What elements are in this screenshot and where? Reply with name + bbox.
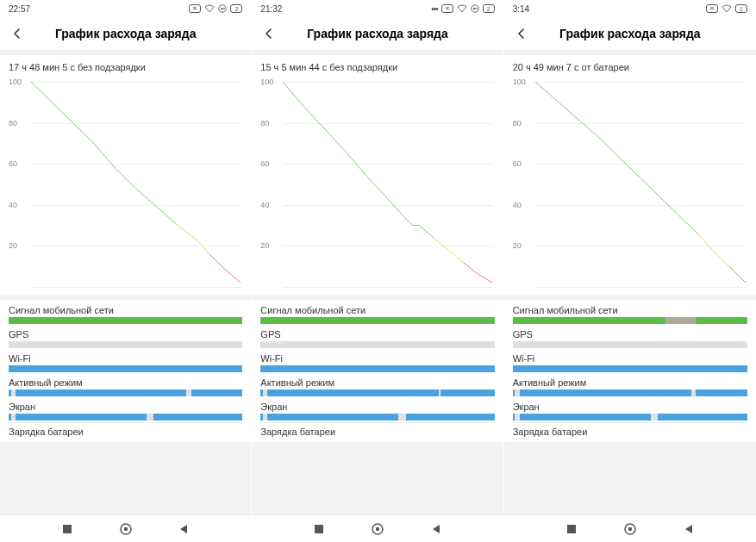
bar-label: Активный режим (260, 377, 494, 388)
y-axis-labels: 10080604020 (260, 78, 281, 291)
content-area[interactable]: 20 ч 49 мин 7 с от батареи 10080604020 С… (504, 50, 756, 514)
bar-label: Зарядка батареи (513, 427, 747, 437)
plot-area (535, 82, 746, 287)
triangle-left-icon (683, 523, 695, 535)
status-bar: 3:14 ✕1 (504, 0, 756, 17)
battery-chart-card: 15 ч 5 мин 44 с без подзарядки 100806040… (252, 55, 503, 295)
square-icon (565, 523, 578, 535)
bar-label: Активный режим (513, 377, 747, 388)
bar-label: Сигнал мобильной сети (513, 305, 747, 315)
page-title: График расхода заряда (260, 27, 494, 40)
usage-bar (513, 414, 747, 421)
android-nav-bar (0, 514, 251, 542)
nav-back-button[interactable] (672, 519, 706, 539)
bar-row-signal: Сигнал мобильной сети (260, 302, 494, 324)
bar-label: Экран (9, 402, 242, 412)
bar-row-active: Активный режим (9, 374, 242, 396)
nav-home-button[interactable] (360, 519, 395, 539)
bar-row-gps: GPS (9, 326, 242, 348)
nav-back-button[interactable] (419, 519, 453, 539)
battery-chart: 10080604020 (513, 78, 747, 291)
square-icon (313, 523, 325, 535)
bar-label: Активный режим (9, 377, 242, 388)
bar-row-gps: GPS (513, 326, 747, 348)
phone-screen: 3:14 ✕1 График расхода заряда 20 ч 49 ми… (504, 0, 756, 542)
nav-recent-button[interactable] (302, 519, 336, 539)
wifi-icon (204, 4, 215, 13)
content-area[interactable]: 15 ч 5 мин 44 с без подзарядки 100806040… (252, 50, 503, 514)
usage-bars-section: Сигнал мобильной сети GPS Wi-Fi Активный… (252, 300, 503, 442)
page-title: График расхода заряда (9, 27, 242, 40)
usage-bar (513, 341, 747, 348)
bar-label: Экран (513, 402, 747, 412)
status-bar: 21:32 •••✕2 (252, 0, 503, 17)
y-axis-labels: 10080604020 (513, 78, 534, 291)
svg-point-1 (221, 8, 222, 9)
bar-row-signal: Сигнал мобильной сети (513, 302, 747, 324)
usage-bar (9, 414, 242, 421)
status-bar: 22:57 ✕2 (0, 0, 251, 17)
battery-icon: 2 (230, 4, 242, 13)
network-icon: ✕ (706, 4, 718, 13)
status-time: 22:57 (9, 4, 30, 14)
app-header: График расхода заряда (252, 17, 503, 50)
battery-icon: 2 (483, 4, 495, 13)
svg-point-11 (376, 526, 379, 530)
bar-row-wifi: Wi-Fi (9, 350, 242, 372)
usage-bar (260, 389, 494, 396)
bar-label: Сигнал мобильной сети (9, 305, 242, 315)
nav-recent-button[interactable] (554, 519, 589, 539)
bar-label: Экран (260, 402, 494, 412)
nav-home-button[interactable] (109, 519, 143, 539)
usage-bars-section: Сигнал мобильной сети GPS Wi-Fi Активный… (504, 300, 756, 442)
plot-area (283, 82, 492, 287)
app-header: График расхода заряда (0, 17, 251, 50)
circle-icon (371, 522, 384, 536)
usage-bar (9, 317, 242, 324)
wifi-icon (722, 4, 732, 13)
status-time: 21:32 (260, 4, 282, 14)
phone-screen: 22:57 ✕2 График расхода заряда 17 ч 48 м… (0, 0, 252, 542)
android-nav-bar (504, 514, 756, 542)
svg-rect-9 (315, 525, 323, 533)
bar-row-charging: Зарядка батареи (260, 423, 494, 437)
vpn-key-icon (471, 4, 479, 13)
bar-label: Зарядка батареи (9, 427, 242, 437)
bar-label: Сигнал мобильной сети (260, 305, 494, 315)
usage-bar (513, 389, 747, 396)
nav-home-button[interactable] (613, 519, 647, 539)
more-icon: ••• (431, 4, 438, 14)
bar-row-screen: Экран (260, 398, 494, 421)
wifi-icon (457, 4, 467, 13)
chart-caption: 20 ч 49 мин 7 с от батареи (513, 62, 747, 72)
battery-chart: 10080604020 (9, 78, 242, 291)
app-header: График расхода заряда (504, 17, 756, 50)
bar-row-screen: Экран (513, 398, 747, 421)
y-axis-labels: 10080604020 (9, 78, 29, 291)
bar-label: Wi-Fi (513, 353, 747, 364)
android-nav-bar (252, 514, 503, 542)
usage-bar (9, 389, 242, 396)
battery-chart-card: 17 ч 48 мин 5 с без подзарядки 100806040… (0, 55, 251, 295)
bar-row-gps: GPS (260, 326, 494, 348)
svg-rect-3 (63, 525, 72, 533)
bar-row-active: Активный режим (260, 374, 494, 396)
svg-point-7 (473, 8, 475, 9)
chart-caption: 15 ч 5 мин 44 с без подзарядки (260, 62, 494, 72)
nav-back-button[interactable] (166, 519, 201, 539)
bar-label: Wi-Fi (260, 353, 494, 364)
bar-label: Wi-Fi (9, 353, 242, 364)
bar-row-signal: Сигнал мобильной сети (9, 302, 242, 324)
chart-caption: 17 ч 48 мин 5 с без подзарядки (9, 62, 242, 72)
svg-point-5 (123, 526, 127, 530)
content-area[interactable]: 17 ч 48 мин 5 с без подзарядки 100806040… (0, 50, 251, 514)
bar-label: GPS (513, 329, 747, 340)
nav-recent-button[interactable] (50, 519, 84, 539)
bar-row-charging: Зарядка батареи (513, 423, 747, 437)
square-icon (61, 523, 73, 535)
circle-icon (623, 522, 637, 536)
usage-bar (513, 365, 747, 372)
svg-rect-12 (567, 525, 576, 533)
bar-label: GPS (9, 329, 242, 340)
usage-bar (9, 341, 242, 348)
